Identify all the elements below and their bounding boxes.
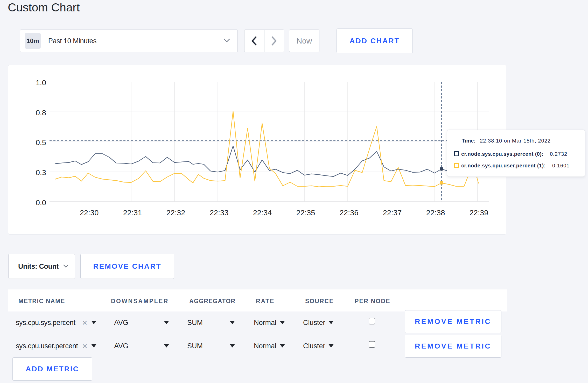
svg-text:1.0: 1.0 bbox=[36, 79, 46, 87]
svg-text:22:39: 22:39 bbox=[470, 209, 488, 217]
svg-text:22:31: 22:31 bbox=[123, 209, 142, 217]
svg-text:22:30: 22:30 bbox=[80, 209, 99, 217]
svg-text:22:36: 22:36 bbox=[340, 209, 359, 217]
svg-text:22:33: 22:33 bbox=[210, 209, 229, 217]
svg-text:0.8: 0.8 bbox=[36, 109, 46, 117]
svg-text:0.5: 0.5 bbox=[36, 138, 46, 147]
svg-text:0.0: 0.0 bbox=[36, 198, 46, 207]
svg-text:22:34: 22:34 bbox=[253, 209, 272, 217]
svg-text:22:38: 22:38 bbox=[426, 209, 445, 217]
svg-text:22:37: 22:37 bbox=[383, 209, 402, 217]
svg-text:0.3: 0.3 bbox=[36, 168, 46, 177]
svg-text:22:32: 22:32 bbox=[166, 209, 185, 217]
svg-text:22:35: 22:35 bbox=[296, 209, 315, 217]
